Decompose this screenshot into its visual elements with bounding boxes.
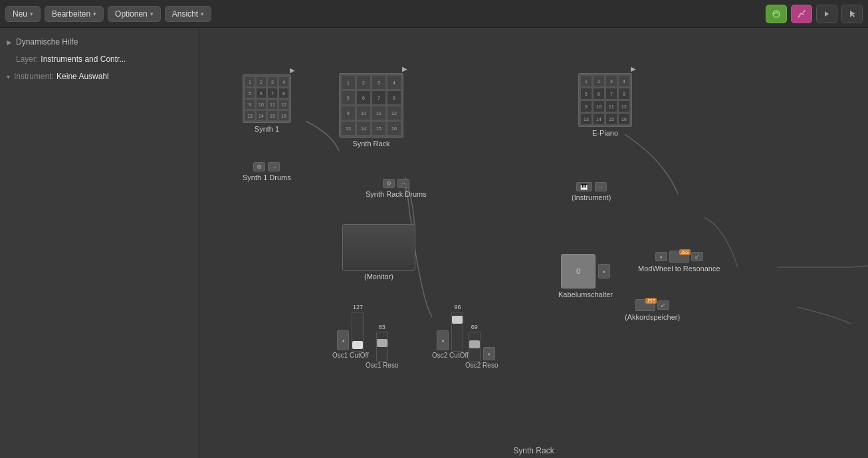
bearbeiten-button[interactable]: Bearbeiten ▾ <box>45 6 104 22</box>
synth1-label: Synth 1 <box>255 125 279 133</box>
gear-icon: ⚙ <box>383 179 395 188</box>
osc1-reso-label: Osc1 Reso <box>366 362 398 369</box>
grid-cell: 8 <box>618 88 630 100</box>
grid-cell: 9 <box>580 100 592 112</box>
sidebar-instrument-row[interactable]: ▾ Instrument: Keine Auswahl <box>0 68 199 85</box>
green-icon-button[interactable] <box>766 5 787 23</box>
grid-cell: 8 <box>278 88 289 98</box>
neu-button[interactable]: Neu ▾ <box>5 6 41 22</box>
grid-cell: 9 <box>245 99 255 110</box>
grid-cell: 11 <box>605 100 617 112</box>
optionen-button[interactable]: Optionen ▾ <box>108 6 161 22</box>
grid-cell: 15 <box>605 113 617 125</box>
fader-track[interactable] <box>469 332 481 362</box>
fader-track[interactable] <box>376 332 388 362</box>
synth1-drums-node[interactable]: ⚙ → Synth 1 Drums <box>243 161 291 181</box>
synth-rack-drums-node[interactable]: ⚙ → Synth Rack Drums <box>366 177 427 198</box>
grid-cell: 13 <box>580 113 592 125</box>
ansicht-button[interactable]: Ansicht ▾ <box>165 6 211 22</box>
sidebar-item-dynamic-help[interactable]: ▶ Dynamische Hilfe <box>0 33 199 51</box>
instrument-icons: 🎹 → <box>576 182 607 191</box>
arrow-icon-button[interactable] <box>816 5 837 23</box>
fader-handle[interactable] <box>377 339 387 347</box>
grid-cell: 12 <box>387 106 401 120</box>
osc2-cutoff-value: 96 <box>454 304 461 310</box>
akkordspeicher-label: (Akkordspeicher) <box>625 313 680 321</box>
arrow-right-icon: → <box>268 162 280 172</box>
optionen-label: Optionen <box>115 9 148 19</box>
grid-cell: 5 <box>341 90 356 105</box>
grid-cell: 4 <box>278 76 289 87</box>
osc1-cutoff-value: 127 <box>353 304 363 310</box>
sidebar: ▶ Dynamische Hilfe Layer: Instruments an… <box>0 28 199 458</box>
bearbeiten-chevron: ▾ <box>93 11 96 17</box>
synth-rack-label: Synth Rack <box>352 140 389 148</box>
grid-cell: 1 <box>580 75 592 87</box>
grid-cell: 10 <box>593 100 605 112</box>
epiano-node[interactable]: ▶ 1 2 3 4 5 6 7 8 9 10 11 12 13 <box>578 73 632 137</box>
grid-cell: 14 <box>256 110 267 121</box>
osc1-cutoff-node[interactable]: ⬧ 127 Osc1 CutOff <box>332 304 369 359</box>
play-arrow-icon: ▶ <box>631 65 636 72</box>
cursor-icon <box>847 9 857 19</box>
grid-cell: 16 <box>278 110 289 121</box>
instrument-icon: 🎹 <box>576 182 592 191</box>
grid-cell: 10 <box>256 99 267 110</box>
grid-cell: 5 <box>580 88 592 100</box>
osc2-cutoff-fader[interactable]: 96 <box>451 304 463 352</box>
osc2-cutoff-node[interactable]: ⬧ 96 Osc2 CutOff <box>432 304 469 359</box>
synth-rack-node[interactable]: ▶ 1 2 3 4 5 6 7 8 9 10 11 12 13 <box>339 73 403 148</box>
modwheel-label: ModWheel to Resonance <box>638 265 720 273</box>
kabelumschalter-knob[interactable]: 0 <box>561 254 596 288</box>
modwheel-node[interactable]: ⬧ JSS ↙ ModWheel to Resonance <box>638 251 720 273</box>
osc2-reso-fader[interactable]: 69 <box>469 324 481 362</box>
grid-cell: 1 <box>245 76 255 87</box>
fader-track[interactable] <box>451 312 463 352</box>
arrow-down-icon: ↙ <box>691 252 703 261</box>
canvas-label: Synth Rack <box>199 443 868 458</box>
fader-handle[interactable] <box>352 341 363 349</box>
synth1-node[interactable]: ▶ 1 2 3 4 5 6 7 8 9 10 11 12 13 <box>243 74 291 133</box>
canvas-area[interactable]: ▶ 1 2 3 4 5 6 7 8 9 10 11 12 13 <box>199 28 868 458</box>
osc2-reso-label: Osc2 Reso <box>465 362 498 369</box>
osc1-reso-node[interactable]: 83 Osc1 Reso <box>366 324 398 369</box>
grid-cell: 7 <box>372 90 386 105</box>
layer-key: Layer: <box>16 55 38 64</box>
grid-cell: 12 <box>278 99 289 110</box>
grid-cell: 2 <box>256 76 267 87</box>
pink-icon-button[interactable] <box>791 5 812 23</box>
grid-cell: 11 <box>372 106 386 120</box>
grid-cell: 15 <box>372 121 386 136</box>
grid-cell: 14 <box>593 113 605 125</box>
kabelumschalter-node[interactable]: 0 ⬧ Kabelumschalter <box>558 254 613 298</box>
akkordspeicher-node[interactable]: JSS ↙ (Akkordspeicher) <box>625 299 680 321</box>
grid-cell: 1 <box>341 75 356 90</box>
monitor-node[interactable]: (Monitor) <box>342 224 415 281</box>
epiano-label: E-Piano <box>592 129 618 137</box>
cursor-icon-button[interactable] <box>841 5 863 23</box>
grid-cell: 6 <box>356 90 371 105</box>
grid-cell: 12 <box>618 100 630 112</box>
grid-cell: 11 <box>267 99 278 110</box>
osc1-reso-fader[interactable]: 83 <box>376 324 388 362</box>
grid-cell: 10 <box>356 106 371 120</box>
grid-cell: 2 <box>356 75 371 90</box>
fader-handle[interactable] <box>452 316 463 324</box>
instrument-canvas: ▶ 1 2 3 4 5 6 7 8 9 10 11 12 13 <box>199 28 868 445</box>
grid-cell: 15 <box>267 110 278 121</box>
monitor-label: (Monitor) <box>364 273 393 281</box>
instrument-node[interactable]: 🎹 → (Instrument) <box>572 181 611 201</box>
osc2-reso-node[interactable]: 69 ⬧ Osc2 Reso <box>465 324 498 369</box>
play-arrow-icon: ▶ <box>402 65 407 72</box>
instrument-val: Keine Auswahl <box>56 72 109 81</box>
fader-handle[interactable] <box>469 340 480 348</box>
osc2-cutoff-connector: ⬧ <box>437 330 449 350</box>
optionen-chevron: ▾ <box>150 11 154 17</box>
fader-track[interactable] <box>352 312 364 352</box>
ansicht-chevron: ▾ <box>201 11 204 17</box>
synth1-drums-label: Synth 1 Drums <box>243 173 291 181</box>
play-arrow-icon: ▶ <box>290 66 295 74</box>
grid-cell: 6 <box>593 88 605 100</box>
osc1-cutoff-fader[interactable]: 127 <box>352 304 364 352</box>
modwheel-connector-icon: ⬧ <box>655 252 667 261</box>
